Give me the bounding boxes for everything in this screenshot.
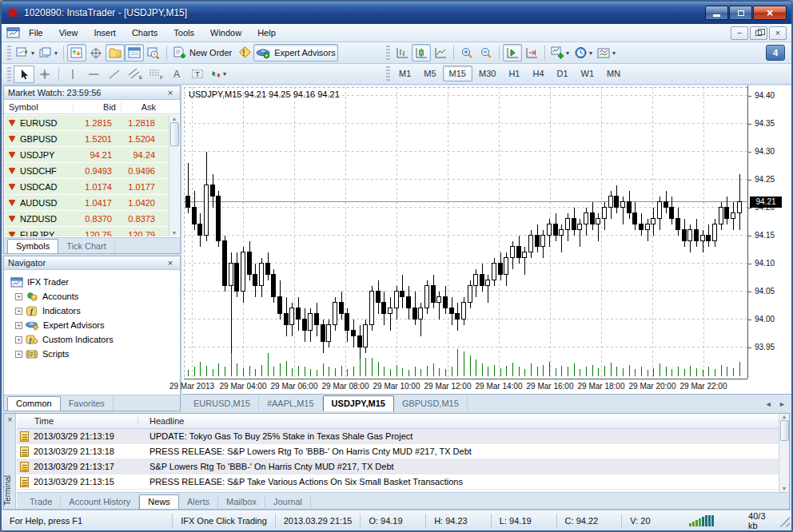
status-trading-mode[interactable]: IFX One Click Trading: [173, 514, 276, 528]
scroll-up-icon[interactable]: ▲: [172, 116, 177, 121]
menu-item-charts[interactable]: Charts: [124, 26, 165, 40]
window-close-button[interactable]: ×: [753, 6, 787, 20]
new-order-button[interactable]: New Order: [170, 44, 234, 62]
mdi-minimize-button[interactable]: −: [731, 26, 748, 40]
news-row[interactable]: 2013/03/29 21:13:15PRESS RELEASE: S&P Ta…: [17, 474, 779, 490]
timeframe-h1[interactable]: H1: [502, 66, 526, 81]
chart-tab-eurusdm15[interactable]: EURUSD,M15: [185, 396, 259, 411]
scroll-down-icon[interactable]: ▼: [172, 230, 177, 236]
zoom-in-button[interactable]: [457, 44, 476, 62]
market-watch-toggle[interactable]: [67, 44, 86, 62]
scroll-thumb[interactable]: [170, 122, 179, 146]
navigator-close-icon[interactable]: ×: [165, 258, 176, 268]
mdi-close-button[interactable]: ×: [769, 26, 787, 40]
toolbar-grip[interactable]: [7, 46, 11, 60]
tab-favorites[interactable]: Favorites: [61, 397, 114, 411]
bar-chart-type-button[interactable]: [393, 44, 412, 62]
column-headline[interactable]: Headline: [138, 416, 184, 426]
arrows-tool[interactable]: ▾: [208, 66, 229, 83]
chart-canvas[interactable]: [184, 87, 747, 377]
vertical-line-tool[interactable]: [62, 66, 83, 83]
navigator-item-custom-indicators[interactable]: +fCustom Indicators: [15, 332, 180, 347]
menu-item-view[interactable]: View: [51, 26, 86, 40]
line-chart-type-button[interactable]: [431, 44, 450, 62]
market-watch-scrollbar[interactable]: ▲ ▼: [169, 115, 179, 236]
scroll-down-icon[interactable]: ▼: [782, 486, 787, 491]
profiles-button[interactable]: ▾: [37, 44, 60, 62]
timeframe-mn[interactable]: MN: [600, 66, 627, 81]
market-watch-row-usdcad[interactable]: USDCAD1.01741.0177: [5, 179, 169, 195]
column-bid[interactable]: Bid: [73, 102, 121, 112]
notifications-button[interactable]: 4: [766, 45, 785, 61]
timeframe-m30[interactable]: M30: [472, 66, 502, 81]
news-row[interactable]: 2013/03/29 21:13:19UPDATE: Tokyo Gas To …: [17, 429, 779, 444]
timeframe-m5[interactable]: M5: [417, 66, 442, 81]
navigator-toggle[interactable]: [106, 44, 125, 62]
candlestick-chart-type-button[interactable]: [412, 44, 431, 62]
expand-icon[interactable]: +: [15, 322, 22, 329]
text-label-tool[interactable]: T: [187, 66, 208, 83]
terminal-tab-alerts[interactable]: Alerts: [179, 495, 218, 509]
text-tool[interactable]: A: [166, 66, 187, 83]
terminal-tab-journal[interactable]: Journal: [265, 495, 311, 509]
menu-item-file[interactable]: File: [21, 26, 51, 40]
toolbar-grip[interactable]: [7, 67, 11, 81]
terminal-close-icon[interactable]: ×: [5, 415, 15, 426]
chart-time-axis[interactable]: 29 Mar 201329 Mar 04:0029 Mar 06:0029 Ma…: [184, 379, 747, 392]
timeframe-m15[interactable]: M15: [443, 66, 472, 81]
templates-button[interactable]: ▾: [595, 44, 618, 62]
cursor-tool[interactable]: [14, 66, 34, 83]
periods-button[interactable]: ▾: [572, 44, 595, 62]
expand-icon[interactable]: +: [15, 336, 22, 343]
market-watch-row-eurjpy[interactable]: EURJPY120.75120.79: [5, 227, 169, 236]
news-row[interactable]: 2013/03/29 21:13:18PRESS RELEASE: S&P Lo…: [17, 444, 779, 459]
chart-tab-usdjpym15[interactable]: USDJPY,M15: [323, 395, 394, 411]
toolbar-grip[interactable]: [386, 46, 390, 60]
strategy-tester-button[interactable]: [144, 44, 163, 62]
new-chart-button[interactable]: ▾: [14, 44, 37, 62]
market-watch-row-eurusd[interactable]: EURUSD1.28151.2818: [5, 115, 169, 131]
menu-item-insert[interactable]: Insert: [86, 26, 124, 40]
indicators-button[interactable]: ▾: [548, 44, 572, 62]
trendline-tool[interactable]: [104, 66, 125, 83]
market-watch-row-gbpusd[interactable]: GBPUSD1.52011.5204: [5, 131, 169, 147]
chart-tab-aaplm15[interactable]: #AAPL,M15: [259, 396, 323, 411]
tab-tick-chart[interactable]: Tick Chart: [58, 240, 115, 253]
chart-shift-button[interactable]: [522, 44, 541, 62]
terminal-toggle[interactable]: [125, 44, 144, 62]
terminal-tab-trade[interactable]: Trade: [22, 495, 61, 509]
important-button[interactable]: !: [234, 44, 253, 62]
equidistant-channel-tool[interactable]: E: [125, 66, 145, 83]
crosshair-tool[interactable]: [34, 66, 55, 83]
chart-plot[interactable]: [184, 87, 747, 377]
chart-price-axis[interactable]: 94.4094.3594.3094.2594.2094.1594.1094.05…: [747, 85, 791, 379]
timeframe-w1[interactable]: W1: [575, 66, 601, 81]
navigator-item-scripts[interactable]: +Scripts: [15, 347, 180, 361]
mdi-restore-button[interactable]: [750, 26, 767, 40]
expand-icon[interactable]: +: [15, 351, 22, 358]
news-row[interactable]: 2013/03/29 21:13:17S&P Lowers Rtg To 'BB…: [17, 459, 779, 474]
expert-advisors-button[interactable]: Expert Advisors: [253, 44, 337, 62]
expand-icon[interactable]: +: [15, 293, 22, 300]
timeframe-d1[interactable]: D1: [551, 66, 575, 81]
navigator-item-accounts[interactable]: +Accounts: [15, 289, 180, 304]
market-watch-row-audusd[interactable]: AUDUSD1.04171.0420: [5, 195, 169, 211]
scroll-up-icon[interactable]: ▲: [782, 414, 787, 419]
window-maximize-button[interactable]: [729, 6, 752, 20]
auto-scroll-button[interactable]: [503, 44, 522, 62]
window-minimize-button[interactable]: [705, 6, 728, 20]
navigator-item-indicators[interactable]: +fIndicators: [15, 304, 180, 318]
chart-tab-gbpusdm15[interactable]: GBPUSD,M15: [394, 396, 468, 411]
navigator-title-bar[interactable]: Navigator ×: [4, 256, 180, 270]
column-symbol[interactable]: Symbol: [4, 102, 73, 112]
market-watch-row-nzdusd[interactable]: NZDUSD0.83700.8373: [5, 211, 169, 227]
market-watch-close-icon[interactable]: ×: [165, 88, 176, 97]
navigator-root[interactable]: IFX Trader: [10, 275, 180, 289]
column-ask[interactable]: Ask: [121, 102, 159, 112]
terminal-tab-mailbox[interactable]: Mailbox: [218, 495, 265, 509]
menu-item-tools[interactable]: Tools: [165, 26, 202, 40]
menu-item-window[interactable]: Window: [202, 26, 249, 40]
timeframe-h4[interactable]: H4: [526, 66, 550, 81]
market-watch-row-usdchf[interactable]: USDCHF0.94930.9496: [5, 163, 169, 179]
market-watch-row-usdjpy[interactable]: USDJPY94.2194.24: [5, 147, 169, 163]
